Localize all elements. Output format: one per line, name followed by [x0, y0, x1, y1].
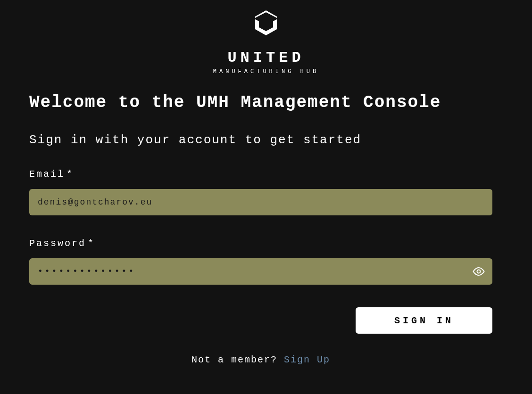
password-input[interactable] — [29, 258, 492, 285]
sign-in-button[interactable]: SIGN IN — [356, 307, 492, 334]
email-label: Email* — [29, 169, 503, 180]
page-title: Welcome to the UMH Management Console — [29, 93, 503, 112]
email-label-text: Email — [29, 169, 65, 180]
eye-icon — [473, 267, 485, 276]
required-mark: * — [88, 238, 95, 249]
signup-prompt: Not a member? Sign Up — [29, 354, 492, 365]
logo-brand: UNITED — [227, 50, 304, 66]
hexagon-icon — [253, 9, 279, 40]
logo-subtext: MANUFACTURING HUB — [213, 68, 319, 75]
toggle-password-visibility-button[interactable] — [471, 265, 487, 278]
password-label: Password* — [29, 238, 503, 249]
sign-up-link[interactable]: Sign Up — [284, 354, 330, 365]
required-mark: * — [66, 169, 74, 180]
password-label-text: Password — [29, 238, 86, 249]
signup-prompt-text: Not a member? — [191, 354, 284, 365]
page-subtitle: Sign in with your account to get started — [29, 133, 503, 147]
svg-point-0 — [477, 270, 481, 273]
email-field-group: Email* — [29, 169, 503, 215]
email-input[interactable] — [29, 189, 492, 215]
logo: UNITED MANUFACTURING HUB — [29, 9, 503, 75]
password-field-group: Password* — [29, 238, 503, 285]
